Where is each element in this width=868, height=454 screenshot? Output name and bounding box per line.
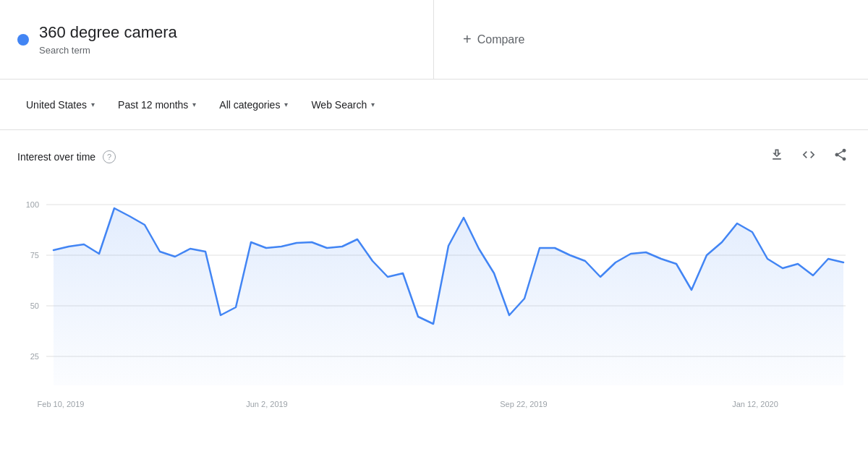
x-label-jan: Jan 12, 2020 [732, 400, 778, 408]
help-icon-label: ? [107, 153, 111, 161]
compare-panel: + Compare [434, 0, 868, 79]
category-label: All categories [219, 99, 280, 111]
search-dot [17, 34, 29, 46]
embed-button[interactable] [799, 145, 819, 168]
y-label-100: 100 [26, 200, 39, 209]
trend-chart: 100 75 50 25 Feb 10, 2019 Jun 2, 2019 Se… [17, 183, 851, 443]
chart-section: Interest over time ? [0, 130, 868, 450]
time-label: Past 12 months [118, 99, 188, 111]
time-filter[interactable]: Past 12 months ▾ [109, 93, 205, 116]
chart-actions [767, 145, 851, 168]
search-subtitle: Search term [39, 45, 177, 56]
download-icon [770, 147, 784, 162]
location-label: United States [26, 99, 87, 111]
chart-title-group: Interest over time ? [17, 150, 116, 163]
embed-icon [801, 147, 816, 162]
help-icon[interactable]: ? [103, 150, 116, 163]
y-label-50: 50 [30, 301, 39, 310]
location-chevron-icon: ▾ [91, 100, 95, 108]
y-label-75: 75 [30, 251, 39, 260]
header: 360 degree camera Search term + Compare [0, 0, 868, 80]
x-label-feb: Feb 10, 2019 [38, 400, 85, 408]
download-button[interactable] [767, 145, 787, 168]
search-type-label: Web Search [311, 99, 367, 111]
x-label-jun: Jun 2, 2019 [246, 400, 288, 408]
y-label-25: 25 [30, 352, 39, 361]
search-info: 360 degree camera Search term [39, 23, 177, 56]
share-button[interactable] [830, 145, 851, 168]
chart-title: Interest over time [17, 151, 95, 163]
search-type-chevron-icon: ▾ [371, 100, 375, 108]
search-type-filter[interactable]: Web Search ▾ [302, 93, 383, 116]
x-label-sep: Sep 22, 2019 [500, 400, 547, 408]
chart-container: 100 75 50 25 Feb 10, 2019 Jun 2, 2019 Se… [17, 183, 851, 443]
compare-button[interactable]: + Compare [463, 31, 525, 48]
compare-label: Compare [477, 33, 525, 46]
time-chevron-icon: ▾ [192, 100, 196, 108]
trend-area [54, 208, 843, 385]
chart-header: Interest over time ? [17, 145, 851, 168]
search-term-panel: 360 degree camera Search term [0, 0, 434, 79]
location-filter[interactable]: United States ▾ [17, 93, 103, 116]
filter-bar: United States ▾ Past 12 months ▾ All cat… [0, 80, 868, 130]
share-icon [833, 147, 848, 162]
search-title: 360 degree camera [39, 23, 177, 42]
category-chevron-icon: ▾ [284, 100, 288, 108]
category-filter[interactable]: All categories ▾ [210, 93, 297, 116]
plus-icon: + [463, 31, 472, 48]
